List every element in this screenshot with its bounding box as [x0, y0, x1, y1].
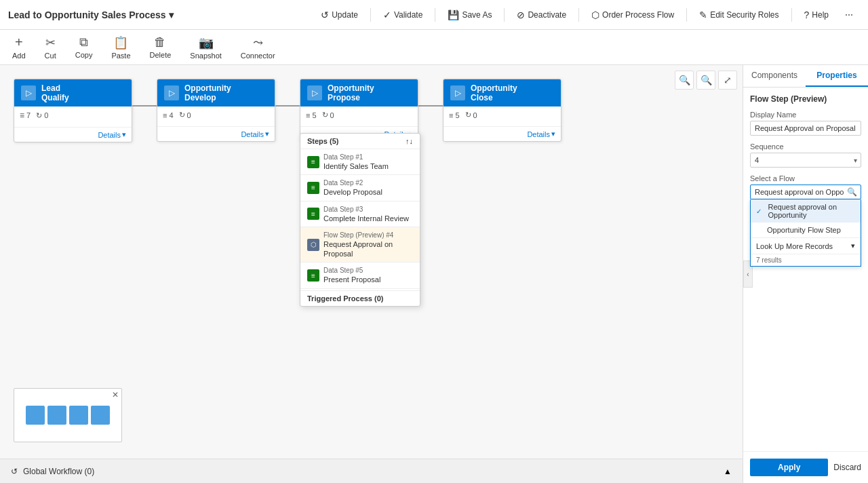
stage-close-subtitle: Close [471, 93, 517, 102]
step-2-icon: ≡ [307, 182, 319, 194]
close-details-label: Details [527, 130, 550, 138]
stage-lead-qualify-body: ≡ 7 ↻ 0 [14, 107, 132, 127]
update-button[interactable]: ↺ Update [314, 7, 365, 23]
save-as-label: Save As [462, 10, 492, 20]
dropdown-lookup-label: Look Up More Records [756, 242, 833, 250]
stage-develop-subtitle: Develop [184, 93, 231, 102]
mini-stage-2 [47, 406, 66, 425]
dropdown-item-2-label: Opportunity Flow Step [767, 226, 841, 234]
edit-security-roles-button[interactable]: ✎ Edit Security Roles [692, 7, 785, 23]
steps-section-header: Steps (5) ↑↓ [300, 134, 420, 149]
zoom-out-button[interactable]: 🔍 [696, 71, 715, 90]
copy-button[interactable]: ⧉ Copy [71, 33, 97, 62]
stage-propose-header: ▷ Opportunity Propose [300, 79, 418, 107]
step-data-1[interactable]: ≡ Data Step #1 Identify Sales Team [300, 149, 420, 175]
stage-opportunity-develop[interactable]: ▷ Opportunity Develop ≡ 4 ↻ 0 [157, 79, 275, 142]
flow-dropdown-container: Request approval on Opportunity Opportun… [750, 199, 861, 267]
canvas[interactable]: 🔍 🔍 ⤢ ▷ Lead Qualify [0, 65, 743, 483]
develop-steps-count: 4 [169, 111, 173, 119]
conditions-count: 0 [44, 111, 48, 119]
dropdown-item-request-approval[interactable]: Request approval on Opportunity [751, 199, 861, 223]
stage-propose-title: Opportunity [328, 83, 374, 93]
order-process-icon: ⬡ [591, 9, 599, 20]
separator-2 [435, 8, 435, 22]
add-button[interactable]: + Add [8, 32, 30, 62]
stage-develop-body: ≡ 4 ↻ 0 [157, 107, 275, 126]
paste-button[interactable]: 📋 Paste [107, 33, 134, 62]
lead-qualify-details-button[interactable]: Details ▾ [98, 130, 126, 139]
main-area: 🔍 🔍 ⤢ ▷ Lead Qualify [0, 65, 868, 483]
dropdown-results-count: 7 results [751, 254, 861, 266]
discard-button[interactable]: Discard [833, 463, 861, 472]
snapshot-label: Snapshot [190, 52, 221, 60]
sequence-select[interactable]: 4 [750, 153, 861, 168]
apply-button[interactable]: Apply [750, 459, 828, 476]
help-button[interactable]: ? Help [797, 7, 835, 23]
step-5-sublabel: Present Proposal [323, 275, 380, 284]
close-details-chevron-icon: ▾ [551, 130, 555, 138]
stage-propose-body: ≡ 5 ↻ 0 [300, 107, 418, 126]
stage-lead-qualify[interactable]: ▷ Lead Qualify ≡ 7 ↻ 0 [14, 79, 132, 142]
close-conditions-stat: ↻ 0 [465, 111, 477, 119]
stage-lead-qualify-footer: Details ▾ [14, 127, 132, 142]
minimap-close-button[interactable]: ✕ [112, 390, 119, 400]
right-panel: ‹ Components Properties Flow Step (Previ… [743, 65, 868, 483]
deactivate-button[interactable]: ⊘ Deactivate [510, 7, 573, 23]
dropdown-item-look-up-more[interactable]: Look Up More Records ▾ [751, 237, 861, 254]
stage-propose-wrapper: ▷ Opportunity Propose ≡ 5 [300, 79, 418, 142]
steps-stat: ≡ 7 [20, 111, 31, 120]
global-workflow-refresh-icon: ↺ [11, 467, 18, 476]
zoom-in-button[interactable]: 🔍 [675, 71, 694, 90]
step-data-2[interactable]: ≡ Data Step #2 Develop Proposal [300, 175, 420, 201]
panel-content: Flow Step (Preview) Display Name Sequenc… [743, 88, 868, 451]
fit-button[interactable]: ⤢ [718, 71, 737, 90]
title-chevron-icon[interactable]: ▾ [169, 9, 174, 20]
flow-search-wrap: 🔍 [750, 185, 861, 199]
apply-label: Apply [778, 463, 800, 472]
display-name-input[interactable] [750, 121, 861, 136]
flow-search-input[interactable] [750, 185, 861, 199]
step-data-5[interactable]: ≡ Data Step #5 Present Proposal [300, 263, 420, 288]
connector-icon: ⤳ [253, 35, 263, 50]
cut-button[interactable]: ✂ Cut [41, 33, 60, 62]
tab-properties[interactable]: Properties [806, 65, 868, 87]
flow-step-preview-4[interactable]: ⬡ Flow Step (Preview) #4 Request Approva… [300, 227, 420, 263]
paste-icon: 📋 [113, 35, 128, 50]
sort-icon[interactable]: ↑↓ [406, 137, 413, 145]
title-text: Lead to Opportunity Sales Process [8, 9, 166, 20]
order-process-flow-button[interactable]: ⬡ Order Process Flow [585, 7, 681, 23]
tab-components-label: Components [751, 71, 797, 80]
stage-lead-qualify-title: Lead [41, 83, 69, 93]
more-button[interactable]: ⋯ [838, 7, 860, 22]
propose-conditions-icon: ↻ [322, 111, 328, 119]
step-5-icon: ≡ [307, 269, 319, 282]
step-4-sublabel: Request Approval on Proposal [323, 239, 413, 259]
mini-stage-1 [26, 406, 45, 425]
save-as-button[interactable]: 💾 Save As [441, 7, 498, 23]
delete-button[interactable]: 🗑 Delete [146, 33, 176, 62]
snapshot-button[interactable]: 📷 Snapshot [186, 33, 225, 62]
stage-connector-3 [418, 92, 443, 119]
connector-button[interactable]: ⤳ Connector [237, 33, 279, 62]
step-3-sublabel: Complete Internal Review [323, 214, 409, 223]
help-icon: ? [804, 9, 810, 20]
stage-lead-qualify-header: ▷ Lead Qualify [14, 79, 132, 107]
tab-components[interactable]: Components [743, 65, 806, 87]
dropdown-item-opportunity-flow-step[interactable]: Opportunity Flow Step [751, 223, 861, 237]
step-5-label: Data Step #5 [323, 266, 380, 275]
step-data-3[interactable]: ≡ Data Step #3 Complete Internal Review [300, 201, 420, 227]
step-1-text: Data Step #1 Identify Sales Team [323, 153, 389, 171]
cut-label: Cut [45, 52, 56, 60]
sequence-select-wrap: 4 ▾ [750, 153, 861, 168]
delete-icon: 🗑 [154, 35, 166, 50]
conditions-icon: ↻ [36, 111, 42, 120]
top-bar-actions: ↺ Update ✓ Validate 💾 Save As ⊘ Deactiva… [314, 7, 860, 23]
stage-opportunity-close[interactable]: ▷ Opportunity Close ≡ 5 ↻ 0 [443, 79, 561, 142]
conditions-stat: ↻ 0 [36, 111, 48, 120]
close-details-button[interactable]: Details ▾ [527, 130, 555, 138]
develop-details-button[interactable]: Details ▾ [241, 130, 269, 138]
validate-button[interactable]: ✓ Validate [376, 7, 429, 23]
steps-section-label: Steps (5) [307, 137, 338, 145]
global-workflow-collapse-button[interactable]: ▲ [724, 467, 732, 476]
develop-details-label: Details [241, 130, 264, 138]
